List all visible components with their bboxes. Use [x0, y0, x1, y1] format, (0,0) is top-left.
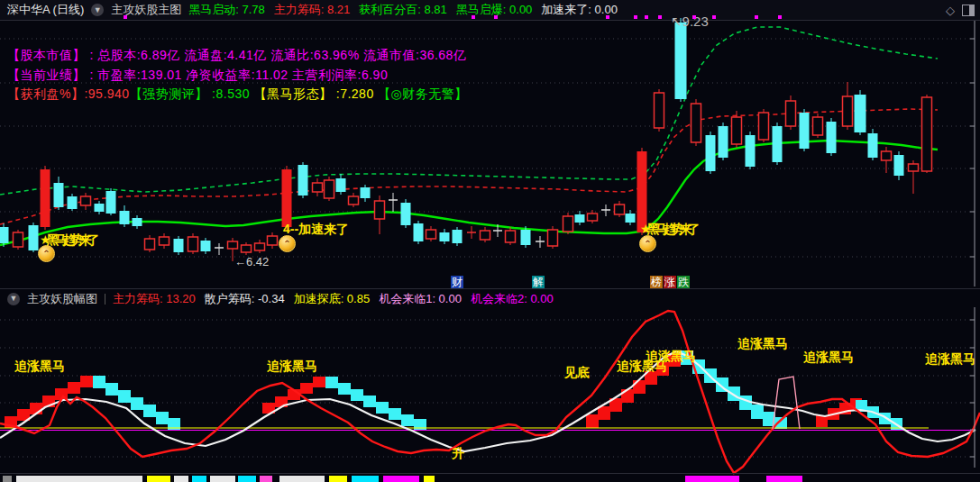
- gold-coin-up-icon: ⌃: [38, 245, 55, 262]
- indicator-readout: 机会来临1: 0.00: [379, 292, 462, 305]
- clipped-text-fragment: [685, 476, 739, 482]
- signal-dot: [712, 15, 716, 19]
- sub-indicator-name[interactable]: 主攻妖股幅图: [27, 291, 97, 307]
- clipped-text-fragment: [3, 476, 12, 482]
- signal-dot: [658, 15, 662, 19]
- signal-dot: [472, 15, 475, 19]
- hot-tag-解[interactable]: 解: [532, 276, 545, 289]
- sub-signal-annotation: 追涨黑马: [14, 359, 65, 375]
- gold-coin-up-icon: ⌃: [279, 235, 296, 252]
- indicator-readout: 主力筹码: 13.20: [113, 292, 196, 305]
- sub-indicator-values: 主力筹码: 13.20散户筹码: -0.34加速探底: 0.85机会来临1: 0…: [113, 291, 563, 307]
- hot-tag-财[interactable]: 财: [451, 276, 463, 289]
- sub-signal-annotation: 追涨黑马: [925, 351, 975, 368]
- clipped-text-fragment: [424, 476, 435, 482]
- clipped-text-fragment: [279, 476, 325, 482]
- info-line: 【获利盘%】:95.940【强势测评】 :8.530 【黑马形态】 :7.280…: [7, 86, 468, 103]
- gold-coin-up-icon: ⌃: [639, 235, 656, 252]
- sub-panel-header: ▼ 主攻妖股幅图 主力筹码: 13.20散户筹码: -0.34加速探底: 0.8…: [0, 290, 980, 307]
- clipped-text-fragment: [260, 476, 272, 482]
- indicator-readout: 机会来临2: 0.00: [471, 292, 554, 305]
- signal-dot: [494, 15, 498, 19]
- clipped-text-fragment: [174, 476, 188, 482]
- clipped-text-fragment: [147, 476, 170, 482]
- info-line: 【股本市值】 : 总股本:6.89亿 流通盘:4.41亿 流通比:63.96% …: [7, 48, 466, 64]
- sub-signal-annotation: 见底: [564, 365, 590, 381]
- clipped-text-fragment: [210, 476, 235, 482]
- panel-divider: [0, 288, 980, 289]
- clipped-text-fragment: [329, 476, 347, 482]
- info-line: 【当前业绩】 : 市盈率:139.01 净资收益率:11.02 主营利润率:6.…: [7, 68, 388, 84]
- sub-signal-annotation: 追涨黑马: [803, 350, 854, 366]
- clipped-indicator-row: [0, 475, 980, 482]
- panel-divider: [0, 473, 980, 474]
- sub-signal-annotation: 追涨黑马: [646, 349, 696, 365]
- main-signal-annotation: 4--加速来了: [283, 222, 349, 238]
- clipped-text-fragment: [16, 476, 142, 482]
- price-label: ↖9.23: [671, 14, 709, 30]
- hot-tag-跌[interactable]: 跌: [677, 276, 690, 289]
- sub-signal-annotation: 升: [452, 446, 464, 462]
- signal-dot: [755, 15, 758, 19]
- signal-dot: [692, 15, 696, 19]
- signal-dot: [778, 15, 782, 19]
- clipped-text-fragment: [766, 476, 802, 482]
- clipped-text-fragment: [383, 476, 419, 482]
- sub-signal-annotation: 追涨黑马: [267, 359, 317, 375]
- signal-dot: [645, 15, 648, 19]
- hot-tag-榜[interactable]: 榜: [650, 276, 663, 289]
- clipped-text-fragment: [352, 476, 379, 482]
- hot-tag-涨[interactable]: 涨: [664, 276, 676, 289]
- signal-dot: [124, 15, 127, 19]
- price-label: ←6.42: [234, 255, 269, 268]
- chevron-down-icon[interactable]: ▼: [7, 293, 20, 305]
- clipped-text-fragment: [238, 476, 256, 482]
- trading-app-window: 深中华A (日线) ▼ 主攻妖股主图 黑马启动: 7.78主力筹码: 8.21获…: [0, 0, 980, 482]
- clipped-text-fragment: [192, 476, 206, 482]
- indicator-readout: 加速探底: 0.85: [294, 292, 371, 305]
- divider: [105, 294, 105, 305]
- sub-signal-annotation: 追涨黑马: [737, 336, 788, 352]
- signal-dot: [606, 15, 609, 19]
- indicator-readout: 散户筹码: -0.34: [205, 292, 285, 305]
- signal-dot: [634, 15, 637, 19]
